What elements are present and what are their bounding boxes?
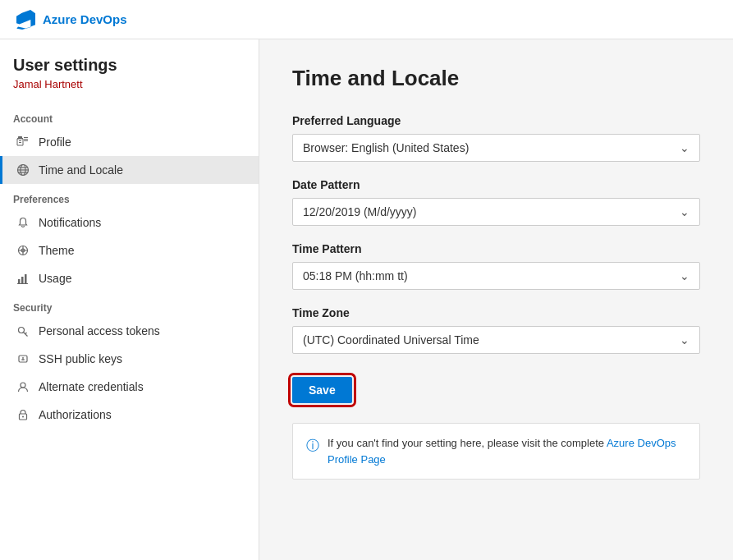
preferred-language-section: Preferred Language Browser: English (Uni… — [292, 114, 700, 162]
svg-point-23 — [22, 416, 24, 418]
sidebar-item-profile[interactable]: Profile — [0, 128, 259, 156]
main-layout: User settings Jamal Hartnett Account Pro… — [0, 39, 733, 560]
time-pattern-select-wrapper: 05:18 PM (hh:mm tt) 17:18 (HH:mm) 5:18 P… — [292, 262, 700, 290]
azure-devops-icon — [13, 8, 36, 31]
preferred-language-select-wrapper: Browser: English (United States) English… — [292, 134, 700, 162]
info-text: If you can't find your setting here, ple… — [328, 435, 686, 467]
profile-label: Profile — [39, 135, 71, 149]
sidebar-item-notifications[interactable]: Notifications — [0, 209, 259, 236]
page-title: Time and Locale — [292, 66, 700, 91]
globe-icon — [16, 163, 30, 177]
preferred-language-label: Preferred Language — [292, 114, 700, 127]
sidebar-username: Jamal Hartnett — [0, 78, 259, 103]
sidebar-item-usage[interactable]: Usage — [0, 264, 259, 292]
sidebar-item-ssh-public-keys[interactable]: SSH public keys — [0, 345, 259, 373]
usage-label: Usage — [39, 272, 71, 285]
svg-point-18 — [19, 328, 25, 333]
svg-rect-2 — [19, 140, 21, 141]
svg-rect-3 — [19, 142, 21, 143]
info-icon: ⓘ — [306, 436, 319, 456]
notifications-label: Notifications — [39, 216, 101, 229]
date-pattern-label: Date Pattern — [292, 178, 700, 191]
svg-rect-5 — [24, 139, 28, 140]
personal-access-tokens-label: Personal access tokens — [39, 324, 160, 337]
sidebar-item-alternate-credentials[interactable]: Alternate credentials — [0, 373, 259, 401]
svg-rect-15 — [21, 277, 24, 283]
alternate-credentials-label: Alternate credentials — [39, 380, 144, 393]
theme-icon — [16, 243, 30, 258]
date-pattern-select-wrapper: 12/20/2019 (M/d/yyyy) 20/12/2019 (d/M/yy… — [292, 198, 700, 226]
date-pattern-select[interactable]: 12/20/2019 (M/d/yyyy) 20/12/2019 (d/M/yy… — [293, 199, 699, 225]
sidebar-section-security: Security — [0, 292, 259, 317]
sidebar-section-account: Account — [0, 103, 259, 128]
sidebar: User settings Jamal Hartnett Account Pro… — [0, 39, 259, 560]
time-zone-select-wrapper: (UTC) Coordinated Universal Time (UTC-05… — [292, 326, 700, 354]
date-pattern-section: Date Pattern 12/20/2019 (M/d/yyyy) 20/12… — [292, 178, 700, 226]
sidebar-item-theme[interactable]: Theme — [0, 236, 259, 264]
svg-rect-17 — [17, 283, 28, 284]
sidebar-item-authorizations[interactable]: Authorizations — [0, 401, 259, 429]
chart-icon — [16, 271, 30, 286]
sidebar-title: User settings — [0, 56, 259, 78]
ssh-icon — [16, 351, 30, 366]
preferred-language-select[interactable]: Browser: English (United States) English… — [293, 135, 699, 161]
authorizations-label: Authorizations — [39, 408, 112, 421]
time-pattern-section: Time Pattern 05:18 PM (hh:mm tt) 17:18 (… — [292, 242, 700, 290]
sidebar-section-preferences: Preferences — [0, 184, 259, 209]
time-zone-label: Time Zone — [292, 306, 700, 319]
time-pattern-label: Time Pattern — [292, 242, 700, 255]
sidebar-item-personal-access-tokens[interactable]: Personal access tokens — [0, 317, 259, 345]
save-button[interactable]: Save — [292, 377, 352, 403]
key-icon — [16, 324, 30, 338]
info-text-before-link: If you can't find your setting here, ple… — [328, 437, 607, 449]
app-name-label: Azure DevOps — [43, 12, 127, 26]
app-logo: Azure DevOps — [13, 8, 127, 31]
time-pattern-select[interactable]: 05:18 PM (hh:mm tt) 17:18 (HH:mm) 5:18 P… — [293, 263, 699, 289]
svg-point-21 — [21, 383, 25, 388]
info-box: ⓘ If you can't find your setting here, p… — [292, 423, 700, 480]
profile-icon — [16, 135, 30, 149]
svg-rect-6 — [24, 140, 28, 141]
time-zone-select[interactable]: (UTC) Coordinated Universal Time (UTC-05… — [293, 327, 699, 353]
svg-rect-14 — [18, 279, 21, 283]
svg-point-20 — [22, 357, 24, 359]
sidebar-item-time-locale[interactable]: Time and Locale — [0, 156, 259, 184]
top-bar: Azure DevOps — [0, 0, 733, 39]
svg-rect-4 — [24, 137, 28, 138]
theme-label: Theme — [39, 244, 75, 257]
time-locale-label: Time and Locale — [39, 163, 123, 177]
main-content: Time and Locale Preferred Language Brows… — [259, 39, 733, 560]
lock-icon — [16, 407, 30, 422]
bell-icon — [16, 215, 30, 230]
time-zone-section: Time Zone (UTC) Coordinated Universal Ti… — [292, 306, 700, 354]
alt-cred-icon — [16, 379, 30, 394]
ssh-public-keys-label: SSH public keys — [39, 352, 122, 365]
svg-rect-16 — [25, 274, 27, 283]
